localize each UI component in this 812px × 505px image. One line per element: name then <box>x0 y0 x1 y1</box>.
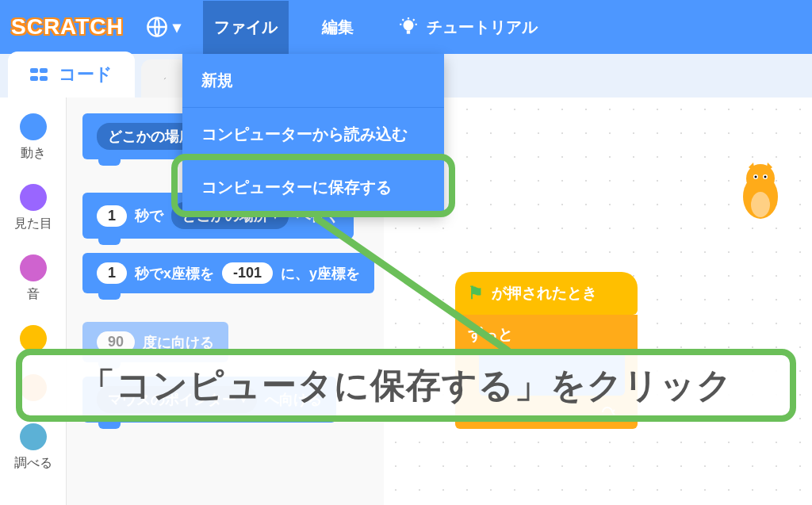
lightbulb-icon <box>398 17 419 37</box>
scratch-logo: SCRATCH <box>11 14 124 40</box>
file-load-from-computer[interactable]: コンピューターから読み込む <box>182 108 444 161</box>
sound-dot-icon <box>20 254 47 281</box>
category-sound[interactable]: 音 <box>20 254 47 303</box>
looks-dot-icon <box>20 184 47 211</box>
input-glide-secs[interactable]: 1 <box>97 205 127 227</box>
menu-edit[interactable]: 編集 <box>311 1 365 54</box>
svg-point-15 <box>751 192 770 217</box>
events-dot-icon <box>20 325 47 352</box>
category-events[interactable] <box>20 325 47 352</box>
instruction-callout: 「コンピュータに保存する」をクリック <box>16 349 796 422</box>
brush-icon <box>163 71 167 86</box>
input-glide2-x[interactable]: -101 <box>222 262 273 284</box>
language-menu[interactable]: ▾ <box>146 16 181 38</box>
menu-tutorials[interactable]: チュートリアル <box>387 1 549 54</box>
svg-point-13 <box>755 176 757 178</box>
file-save-to-computer[interactable]: コンピューターに保存する <box>182 161 444 214</box>
category-motion[interactable]: 動き <box>20 113 47 162</box>
svg-rect-4 <box>40 68 48 73</box>
category-sound-label: 音 <box>27 286 40 303</box>
block-glide-to-xy[interactable]: 1 秒でx座標を -101 に、y座標を <box>82 253 374 293</box>
category-sensing[interactable]: 調べる <box>14 423 52 472</box>
file-dropdown: 新規 コンピューターから読み込む コンピューターに保存する <box>182 54 444 214</box>
menu-file[interactable]: ファイル <box>203 1 289 54</box>
svg-point-1 <box>403 20 413 30</box>
category-sensing-label: 調べる <box>14 455 52 472</box>
instruction-text: 「コンピュータに保存する」をクリック <box>80 362 733 409</box>
scratch-cat-sprite[interactable] <box>733 161 788 236</box>
green-flag-icon: ⚑ <box>468 283 484 304</box>
motion-dot-icon <box>20 113 47 140</box>
menu-bar: SCRATCH ▾ ファイル 編集 チュートリアル <box>0 0 812 54</box>
script-workspace[interactable]: ⚑ が押されたとき ずっと <box>384 98 812 505</box>
block-categories: 動き 見た目 音 調べる <box>0 98 67 505</box>
block-when-flag-clicked[interactable]: ⚑ が押されたとき <box>455 272 638 315</box>
tab-code-label: コード <box>59 63 113 86</box>
svg-rect-2 <box>407 30 410 33</box>
tab-code[interactable]: コード <box>8 52 135 98</box>
category-looks[interactable]: 見た目 <box>14 184 52 232</box>
globe-icon <box>146 16 168 38</box>
chevron-down-icon: ▾ <box>173 17 181 36</box>
when-flag-label: が押されたとき <box>492 283 597 304</box>
category-looks-label: 見た目 <box>14 216 52 232</box>
svg-rect-6 <box>40 76 48 81</box>
menu-tutorials-label: チュートリアル <box>427 17 538 38</box>
file-new[interactable]: 新規 <box>182 54 444 107</box>
tab-costumes[interactable] <box>141 59 189 98</box>
svg-rect-3 <box>30 68 38 73</box>
sensing-dot-icon <box>20 423 47 450</box>
code-icon <box>30 67 49 82</box>
input-glide2-secs[interactable]: 1 <box>97 262 127 284</box>
forever-label: ずっと <box>468 326 513 342</box>
svg-point-14 <box>764 176 767 178</box>
category-motion-label: 動き <box>21 145 46 162</box>
svg-rect-5 <box>30 76 38 81</box>
